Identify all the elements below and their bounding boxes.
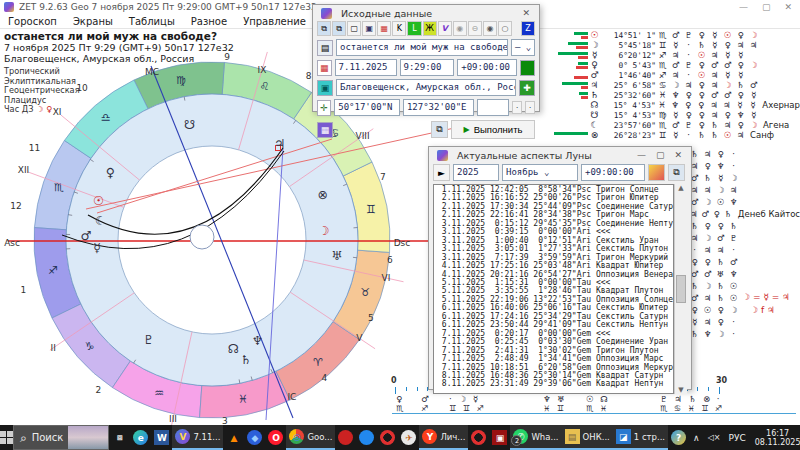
search-box[interactable]: ⌕Поиск — [13, 425, 109, 450]
toolbar-minus-circle-icon-icon[interactable]: ⊖ — [468, 21, 482, 36]
planet-position: 1°46'40" — [601, 71, 656, 80]
sign-glyph: ♏ — [656, 60, 669, 70]
task-view-icon[interactable]: ⧈ — [109, 425, 130, 450]
weather-widget[interactable] — [68, 426, 108, 449]
red-ring-icon[interactable] — [377, 425, 398, 450]
source-data-window[interactable]: Исходные данные ✕ ⧉⧉▢▣▦KLЖV◉⊖◉○Z ▤ остан… — [312, 4, 540, 112]
toolbar-btn-L-icon[interactable]: L — [407, 21, 421, 36]
edge-icon[interactable]: e — [130, 425, 151, 450]
defender-icon[interactable]: ◆ — [244, 425, 265, 450]
volume-icon[interactable]: ◁× — [704, 433, 725, 442]
event-text-field[interactable]: останется ли мой муж на свободе? — [336, 39, 508, 56]
tray-clock[interactable]: 16:1708.11.2025 — [750, 429, 800, 447]
toolbar-btn-Ж-icon[interactable]: Ж — [423, 21, 437, 36]
coord-step-left[interactable]: · — [512, 101, 522, 114]
copy-icon[interactable]: ⧉ — [668, 164, 685, 181]
dispositor-glyph: ♂ — [727, 257, 740, 267]
year-field[interactable]: 2025 — [453, 164, 499, 181]
toolbar-btn-Z-icon[interactable]: Z — [521, 21, 535, 36]
dispositor-glyph: · — [682, 40, 695, 50]
zone-field[interactable]: +09:00:00 — [581, 164, 645, 181]
chrome-icon: ◎ — [289, 429, 304, 444]
scroll-thumb[interactable] — [676, 275, 686, 303]
toolbar-btn-K-icon[interactable]: K — [392, 21, 406, 36]
toolbar-new-icon-icon[interactable]: ▢ — [347, 21, 361, 36]
window-title: ZET 9.2.63 Geo 7 ноября 2025 Пт 9:29:00 … — [19, 2, 317, 12]
minimize-icon[interactable]: — — [632, 150, 651, 160]
menu-item-экраны[interactable]: Экраны — [65, 16, 121, 27]
opera-ring-icon[interactable] — [468, 425, 489, 450]
scroll-up-icon[interactable]: ▲ — [678, 184, 683, 192]
timezone-field[interactable]: +09:00:00 — [457, 59, 517, 76]
close-icon[interactable]: ✕ — [517, 8, 535, 18]
whatsapp-app[interactable]: ✆2Wha... — [510, 425, 561, 450]
longitude-field[interactable]: 127°32'00"E — [403, 99, 474, 116]
toolbar-btn-V-icon[interactable]: V — [438, 21, 452, 36]
toolbar-table-icon-icon[interactable]: ▦ — [377, 21, 391, 36]
coord-step-right[interactable]: · — [525, 101, 535, 114]
zone-auto-button[interactable] — [520, 60, 535, 76]
doc-icon: ◪ — [616, 429, 631, 444]
house-label: XI — [53, 107, 62, 117]
maximize-button[interactable]: ▢ — [762, 2, 771, 12]
dispositor-glyph: ☿ — [708, 40, 721, 50]
moon-aspects-window[interactable]: Актуальные аспекты Луны — ▢ ✕ ► 2025 Ноя… — [428, 146, 692, 390]
dispositor-glyph: ☽ — [747, 120, 760, 130]
minimize-button[interactable]: — — [739, 2, 748, 12]
menu-item-разное[interactable]: Разное — [183, 16, 235, 27]
atlas-button[interactable]: ✚ — [519, 80, 535, 96]
place-field[interactable]: Благовещенск, Амурская обл., Россия ⌄ — [336, 79, 516, 96]
aspects-list[interactable]: 1.11.2025 12:42:05 8°58'34"Psc Тригон Со… — [433, 184, 674, 394]
dispositor-glyph: ☿ — [669, 130, 682, 140]
planet-row-extra: ♄♃♀· — [688, 148, 800, 160]
red-app-icon[interactable] — [335, 425, 356, 450]
dignity-bars — [556, 110, 588, 120]
chrome-app[interactable]: ◎Goo... — [286, 425, 335, 450]
tray-chevron-icon[interactable]: ∧ — [689, 433, 704, 443]
calc-icon[interactable] — [648, 164, 665, 181]
source-window-titlebar[interactable]: Исходные данные ✕ — [313, 5, 539, 21]
compass-icon[interactable]: ✈ — [398, 425, 419, 450]
help-icon[interactable]: ? — [668, 425, 689, 450]
copy-icon[interactable]: ⧉ — [431, 121, 448, 138]
menu-item-таблицы[interactable]: Таблицы — [121, 16, 183, 27]
toolbar-radio-on-icon[interactable]: ◉ — [483, 21, 497, 36]
blue-app-icon[interactable] — [356, 425, 377, 450]
opera-icon[interactable]: O — [265, 425, 286, 450]
close-icon[interactable]: ✕ — [669, 150, 687, 160]
altitude-field[interactable] — [477, 99, 509, 116]
toolbar-save-icon-icon[interactable]: ▣ — [362, 21, 376, 36]
toolbar-radio-off-icon[interactable]: ○ — [498, 21, 512, 36]
toolbar-paste-icon-icon[interactable]: ⧉ — [332, 21, 346, 36]
close-button[interactable]: ✕ — [784, 2, 792, 12]
latitude-field[interactable]: 50°17'00"N — [334, 99, 400, 116]
vlc-icon[interactable]: ▲ — [223, 425, 244, 450]
yandex-app[interactable]: YЛич... — [419, 425, 468, 450]
ruler-tick — [697, 387, 698, 391]
event-combo[interactable]: – ⌄ — [511, 39, 535, 56]
menu-item-управление[interactable]: Управление — [235, 16, 314, 27]
start-button[interactable] — [0, 425, 13, 450]
options-grid-icon[interactable]: ▦ — [317, 122, 333, 138]
word-icon[interactable]: W — [151, 425, 172, 450]
time-field[interactable]: 9:29:00 — [400, 59, 455, 76]
date-field[interactable]: 7.11.2025 — [335, 59, 397, 76]
aspects-window-titlebar[interactable]: Актуальные аспекты Луны — ▢ ✕ — [429, 147, 691, 163]
run-button[interactable]: ▶ Выполнить — [451, 120, 535, 139]
maximize-icon[interactable]: ▢ — [651, 150, 670, 160]
toolbar-theta-icon-icon[interactable]: ◉ — [453, 21, 467, 36]
dispositor-glyph: ♂ — [669, 120, 682, 130]
doc-app[interactable]: ◪1 стр... — [613, 425, 668, 450]
language-indicator[interactable]: РУС — [725, 433, 750, 443]
month-select[interactable]: Ноябрь ⌄ — [502, 164, 578, 181]
zet-app[interactable]: V7.11... — [172, 425, 223, 450]
menu-item-гороскоп[interactable]: Гороскоп — [0, 16, 65, 27]
onk-app[interactable]: ▤ОНК... — [562, 425, 613, 450]
planet-row: ☉14°51' 1"♏♂♇♀☿☉♀☽ — [556, 30, 800, 40]
aspects-scrollbar[interactable]: ▲ ▼ — [674, 184, 687, 394]
scroll-down-icon[interactable]: ▼ — [678, 386, 683, 394]
toolbar-copy-icon-icon[interactable]: ⧉ — [317, 21, 331, 36]
aspect-row[interactable]: 8.11.2025 23:31:49 29°39'06"Gem Квадрат … — [437, 380, 673, 388]
camera-icon[interactable]: ▣ — [489, 425, 510, 450]
run-aspects-button[interactable]: ► — [433, 164, 450, 181]
